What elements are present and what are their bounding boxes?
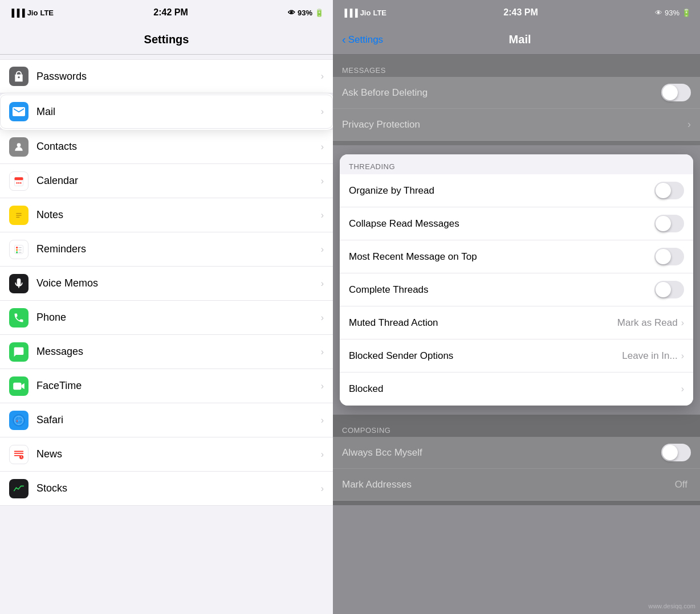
notes-chevron: › xyxy=(321,210,324,220)
right-network: LTE xyxy=(373,9,386,17)
facetime-icon xyxy=(9,376,29,396)
ask-before-deleting-item[interactable]: Ask Before Deleting xyxy=(333,77,700,109)
svg-point-5 xyxy=(20,182,22,184)
blocked-item[interactable]: Blocked › xyxy=(340,373,693,406)
left-battery-info: 👁 93% 🔋 xyxy=(288,9,324,17)
complete-threads-toggle[interactable] xyxy=(654,281,684,298)
mark-addresses-item[interactable]: Mark Addresses Off xyxy=(333,469,700,501)
muted-thread-action-value: Mark as Read xyxy=(617,317,678,329)
muted-thread-action-label: Muted Thread Action xyxy=(349,317,617,329)
news-icon xyxy=(9,445,29,464)
voicememos-icon xyxy=(9,274,29,293)
settings-item-messages[interactable]: Messages › xyxy=(0,335,333,369)
blocked-sender-options-chevron: › xyxy=(681,351,684,361)
svg-rect-11 xyxy=(13,382,21,389)
messages-label: Messages xyxy=(36,346,321,358)
right-time: 2:43 PM xyxy=(503,7,538,18)
collapse-read-messages-item[interactable]: Collapse Read Messages xyxy=(340,207,693,240)
organize-by-thread-item[interactable]: Organize by Thread xyxy=(340,174,693,207)
svg-point-8 xyxy=(16,247,18,248)
settings-item-phone[interactable]: Phone › xyxy=(0,301,333,335)
always-bcc-myself-label: Always Bcc Myself xyxy=(342,447,661,459)
muted-thread-action-item[interactable]: Muted Thread Action Mark as Read › xyxy=(340,306,693,339)
ask-before-deleting-label: Ask Before Deleting xyxy=(342,87,661,99)
complete-threads-item[interactable]: Complete Threads xyxy=(340,273,693,306)
contacts-label: Contacts xyxy=(36,141,321,153)
phone-chevron: › xyxy=(321,313,324,323)
settings-item-passwords[interactable]: Passwords › xyxy=(0,59,333,93)
settings-item-voicememos[interactable]: Voice Memos › xyxy=(0,267,333,301)
settings-item-stocks[interactable]: Stocks › xyxy=(0,472,333,506)
svg-rect-2 xyxy=(15,177,23,180)
contacts-chevron: › xyxy=(321,142,324,152)
contacts-icon xyxy=(9,137,29,157)
voicememos-label: Voice Memos xyxy=(36,277,321,289)
most-recent-on-top-toggle[interactable] xyxy=(654,248,684,265)
right-carrier-info: ▐▐▐ Jio LTE xyxy=(342,9,386,17)
most-recent-on-top-item[interactable]: Most Recent Message on Top xyxy=(340,240,693,273)
news-label: News xyxy=(36,448,321,460)
calendar-icon xyxy=(9,171,29,191)
passwords-chevron: › xyxy=(321,71,324,81)
right-eye-icon: 👁 xyxy=(655,9,662,17)
blocked-sender-options-item[interactable]: Blocked Sender Options Leave in In... › xyxy=(340,339,693,373)
messages-section-header: MESSAGES xyxy=(333,59,700,77)
settings-list: Passwords › Mail › Contacts › Calendar › xyxy=(0,55,333,614)
left-panel: ▐▐▐ Jio LTE 2:42 PM 👁 93% 🔋 Settings Pas… xyxy=(0,0,333,614)
right-title: Mail xyxy=(383,33,657,46)
left-battery: 93% xyxy=(298,9,312,17)
settings-item-reminders[interactable]: Reminders › xyxy=(0,232,333,267)
notes-icon xyxy=(9,206,29,225)
organize-by-thread-label: Organize by Thread xyxy=(349,185,654,197)
facetime-label: FaceTime xyxy=(36,380,321,392)
left-carrier-info: ▐▐▐ Jio LTE xyxy=(9,9,54,17)
svg-point-4 xyxy=(18,182,20,184)
collapse-read-messages-toggle[interactable] xyxy=(654,215,684,232)
settings-item-safari[interactable]: Safari › xyxy=(0,403,333,437)
facetime-chevron: › xyxy=(321,381,324,391)
threading-card: THREADING Organize by Thread Collapse Re… xyxy=(340,154,693,406)
blocked-label: Blocked xyxy=(349,383,681,395)
safari-chevron: › xyxy=(321,415,324,425)
mark-addresses-label: Mark Addresses xyxy=(342,479,675,490)
reminders-label: Reminders xyxy=(36,243,321,255)
settings-item-notes[interactable]: Notes › xyxy=(0,198,333,232)
composing-section: COMPOSING Always Bcc Myself Mark Address… xyxy=(333,415,700,505)
passwords-label: Passwords xyxy=(36,71,321,83)
settings-item-news[interactable]: News › xyxy=(0,437,333,472)
blocked-sender-options-value: Leave in In... xyxy=(622,350,677,362)
always-bcc-myself-toggle[interactable] xyxy=(661,444,691,461)
mail-chevron: › xyxy=(321,107,324,117)
phone-icon xyxy=(9,308,29,328)
settings-item-calendar[interactable]: Calendar › xyxy=(0,164,333,198)
always-bcc-myself-item[interactable]: Always Bcc Myself xyxy=(333,437,700,469)
safari-icon xyxy=(9,411,29,430)
organize-by-thread-toggle[interactable] xyxy=(654,182,684,199)
right-battery-info: 👁 93% 🔋 xyxy=(655,9,691,17)
privacy-protection-item[interactable]: Privacy Protection › xyxy=(333,109,700,141)
blocked-sender-options-label: Blocked Sender Options xyxy=(349,350,622,362)
settings-item-mail[interactable]: Mail › xyxy=(0,95,333,129)
phone-label: Phone xyxy=(36,312,321,324)
back-button[interactable]: ‹ Settings xyxy=(342,33,383,46)
right-signal-icon: ▐▐▐ xyxy=(342,9,358,17)
ask-before-deleting-toggle[interactable] xyxy=(661,84,691,101)
left-nav-bar: Settings xyxy=(0,25,333,55)
svg-point-9 xyxy=(16,249,18,251)
svg-rect-18 xyxy=(13,448,25,461)
settings-item-contacts[interactable]: Contacts › xyxy=(0,130,333,164)
left-time: 2:42 PM xyxy=(153,7,188,18)
svg-point-3 xyxy=(16,182,18,184)
mail-icon xyxy=(9,102,29,121)
back-label: Settings xyxy=(348,34,383,46)
right-status-bar: ▐▐▐ Jio LTE 2:43 PM 👁 93% 🔋 xyxy=(333,0,700,25)
svg-point-10 xyxy=(16,251,18,253)
calendar-label: Calendar xyxy=(36,175,321,187)
blocked-chevron: › xyxy=(681,384,684,394)
most-recent-on-top-label: Most Recent Message on Top xyxy=(349,251,654,263)
watermark: www.desiqq.com xyxy=(648,603,695,609)
battery-icon: 🔋 xyxy=(315,9,324,17)
messages-section: MESSAGES Ask Before Deleting Privacy Pro… xyxy=(333,55,700,145)
composing-section-header: COMPOSING xyxy=(333,419,700,437)
settings-item-facetime[interactable]: FaceTime › xyxy=(0,369,333,403)
